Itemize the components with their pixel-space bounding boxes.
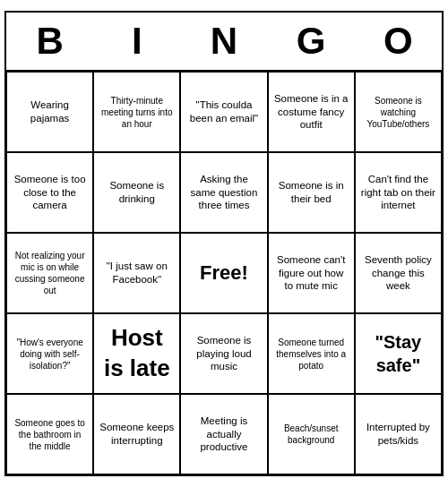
cell-21[interactable]: Someone keeps interrupting — [93, 394, 180, 474]
cell-12[interactable]: Free! — [180, 233, 267, 313]
title-letter-n: N — [184, 20, 264, 63]
cell-15[interactable]: "How's everyone doing with self-isolatio… — [6, 313, 93, 394]
cell-19[interactable]: "Stay safe" — [355, 313, 442, 394]
cell-6[interactable]: Someone is drinking — [93, 152, 180, 233]
cell-8[interactable]: Someone is in their bed — [268, 152, 355, 233]
cell-9[interactable]: Can't find the right tab on their intern… — [355, 152, 442, 233]
cell-7[interactable]: Asking the same question three times — [180, 152, 267, 233]
cell-2[interactable]: "This coulda been an email" — [180, 72, 267, 152]
cell-5[interactable]: Someone is too close to the camera — [6, 152, 93, 233]
bingo-title: B I N G O — [6, 13, 442, 72]
cell-3[interactable]: Someone is in a costume fancy outfit — [268, 72, 355, 152]
cell-1[interactable]: Thirty-minute meeting turns into an hour — [93, 72, 180, 152]
cell-13[interactable]: Someone can't figure out how to mute mic — [268, 233, 355, 313]
title-letter-i: I — [97, 20, 177, 63]
bingo-grid: Wearing pajamasThirty-minute meeting tur… — [6, 72, 442, 474]
cell-23[interactable]: Beach/sunset background — [268, 394, 355, 474]
cell-4[interactable]: Someone is watching YouTube/others — [355, 72, 442, 152]
cell-17[interactable]: Someone is playing loud music — [180, 313, 267, 394]
cell-0[interactable]: Wearing pajamas — [6, 72, 93, 152]
cell-16[interactable]: Host is late — [93, 313, 180, 394]
cell-14[interactable]: Seventh policy change this week — [355, 233, 442, 313]
title-letter-b: B — [10, 20, 90, 63]
cell-10[interactable]: Not realizing your mic is on while cussi… — [6, 233, 93, 313]
bingo-card: B I N G O Wearing pajamasThirty-minute m… — [4, 11, 444, 476]
cell-18[interactable]: Someone turned themselves into a potato — [268, 313, 355, 394]
cell-11[interactable]: "I just saw on Facebook" — [93, 233, 180, 313]
title-letter-g: G — [271, 20, 351, 63]
title-letter-o: O — [358, 20, 438, 63]
cell-22[interactable]: Meeting is actually productive — [180, 394, 267, 474]
cell-20[interactable]: Someone goes to the bathroom in the midd… — [6, 394, 93, 474]
cell-24[interactable]: Interrupted by pets/kids — [355, 394, 442, 474]
